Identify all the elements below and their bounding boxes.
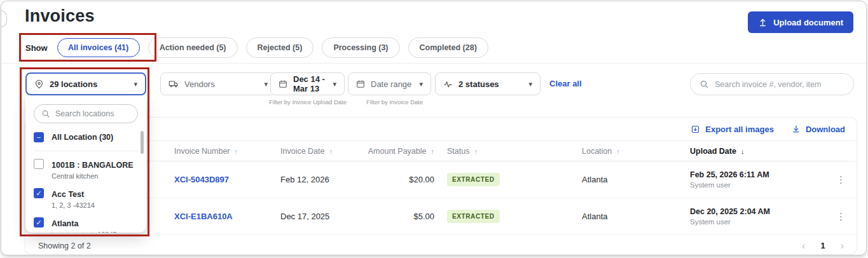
vendors-filter-label: Vendors [184, 79, 215, 89]
location-option-all[interactable]: − All Location (30) [34, 132, 138, 142]
upload-date-value: Dec 20, 2025 2:04 AM [690, 207, 826, 216]
table-row[interactable]: XCI-5043D897 Feb 12, 2026 $20.00 EXTRACT… [25, 161, 857, 198]
upload-document-label: Upload document [773, 18, 843, 27]
upload-date-filter-select[interactable]: Dec 14 - Mar 13 ▾ [270, 72, 345, 95]
column-header-invoice-date[interactable]: Invoice Date ↑ [280, 147, 350, 156]
location-cell: Atlanta [582, 212, 677, 221]
locations-search [34, 104, 138, 123]
calendar-icon [356, 79, 365, 88]
location-option-sublabel: test, test, test -12345 [52, 231, 117, 233]
invoices-table-card: Export all images Download Invoice Numbe… [25, 118, 857, 254]
sidebar-collapse-tab[interactable] [1, 10, 7, 27]
location-option-atlanta[interactable]: ✓ Atlanta test, test, test -12345 [34, 217, 138, 233]
row-menu-kebab-icon[interactable]: ⋮ [826, 211, 857, 222]
status-tabs: Show All invoices (41) Action needed (5)… [25, 37, 488, 58]
location-pin-icon [34, 79, 44, 89]
location-option-label: Atlanta [52, 219, 78, 228]
tab-all-invoices[interactable]: All invoices (41) [57, 38, 140, 58]
sort-asc-icon: ↑ [235, 147, 238, 155]
locations-search-input[interactable] [55, 109, 130, 118]
upload-date-value: Feb 25, 2026 6:11 AM [690, 170, 826, 179]
export-all-images-link[interactable]: Export all images [691, 125, 774, 134]
uploaded-by: System user [690, 218, 826, 226]
location-option-bangalore[interactable]: 1001B : BANGALORE Central kitchen [34, 159, 138, 180]
download-label: Download [806, 125, 845, 134]
invoice-number-link[interactable]: XCI-E1BA610A [174, 212, 233, 221]
column-label: Status [447, 147, 469, 156]
status-badge: EXTRACTED [447, 173, 500, 186]
locations-filter-select[interactable]: 29 locations ▾ [25, 72, 146, 95]
invoice-date-filter-caption: Filter by Invoice Date [366, 98, 423, 105]
pagination: ‹ 1 › [802, 240, 844, 252]
invoice-date-cell: Feb 12, 2026 [280, 175, 350, 184]
location-option-acc-test[interactable]: ✓ Acc Test 1, 2, 3 -43214 [34, 188, 138, 209]
chevron-down-icon: ▾ [264, 80, 268, 88]
column-header-invoice-number[interactable]: Invoice Number ↑ [174, 147, 280, 156]
invoice-number-link[interactable]: XCI-5043D897 [174, 175, 229, 184]
truck-icon [169, 79, 179, 89]
table-header-row: Invoice Number ↑ Invoice Date ↑ Amount P… [25, 140, 857, 161]
export-all-images-label: Export all images [705, 125, 774, 134]
search-icon [41, 109, 50, 118]
location-option-label: Acc Test [52, 190, 84, 199]
column-header-upload-date[interactable]: Upload Date ↓ [677, 147, 826, 156]
tab-processing[interactable]: Processing (3) [322, 37, 399, 58]
location-option-sublabel: 1, 2, 3 -43214 [52, 201, 95, 209]
upload-date-cell: Feb 25, 2026 6:11 AM System user [677, 170, 826, 189]
calendar-icon [279, 79, 287, 88]
locations-dropdown-panel: − All Location (30) 1001B : BANGALORE Ce… [25, 97, 146, 233]
current-page[interactable]: 1 [820, 241, 825, 250]
tab-rejected[interactable]: Rejected (5) [246, 37, 314, 58]
upload-date-filter-caption: Filter by Invoice Upload Date [269, 98, 347, 105]
sort-desc-icon: ↓ [741, 147, 745, 155]
upload-icon [758, 18, 768, 27]
download-link[interactable]: Download [792, 125, 845, 134]
table-footer: Showing 2 of 2 ‹ 1 › [25, 235, 857, 255]
page-title: Invoices [25, 6, 95, 26]
locations-filter-label: 29 locations [50, 79, 97, 89]
column-label: Invoice Date [280, 147, 324, 156]
column-label: Location [582, 147, 612, 156]
column-header-status[interactable]: Status ↑ [434, 147, 582, 156]
invoice-search-input[interactable] [715, 80, 844, 89]
table-toolbar: Export all images Download [25, 118, 857, 140]
location-option-label: All Location (30) [52, 132, 113, 142]
uploaded-by: System user [690, 181, 826, 189]
dropdown-scrollbar[interactable] [141, 131, 144, 154]
upload-date-filter-label: Dec 14 - Mar 13 [293, 74, 327, 93]
invoice-date-cell: Dec 17, 2025 [280, 212, 350, 221]
location-option-sublabel: Central kitchen [52, 172, 134, 180]
tab-completed[interactable]: Completed (28) [408, 37, 488, 58]
showing-count: Showing 2 of 2 [38, 241, 91, 250]
upload-document-button[interactable]: Upload document [748, 11, 853, 33]
row-menu-kebab-icon[interactable]: ⋮ [826, 174, 857, 186]
prev-page-icon[interactable]: ‹ [802, 240, 805, 252]
column-header-location[interactable]: Location ↑ [582, 147, 677, 156]
invoice-date-filter-select[interactable]: Date range ▾ [348, 72, 431, 95]
column-label: Upload Date [690, 147, 736, 156]
column-label: Invoice Number [174, 147, 230, 156]
show-label: Show [25, 43, 48, 53]
amount-payable-cell: $20.00 [350, 175, 434, 184]
checkbox-indeterminate-icon[interactable]: − [34, 132, 44, 142]
column-label: Amount Payable [368, 147, 427, 156]
download-icon [792, 125, 801, 133]
vendors-filter-select[interactable]: Vendors ▾ [160, 72, 276, 95]
checkbox-unchecked-icon[interactable] [34, 159, 44, 169]
chevron-down-icon: ▾ [333, 80, 336, 88]
checkbox-checked-icon[interactable]: ✓ [34, 188, 44, 198]
next-page-icon[interactable]: › [841, 240, 844, 252]
statuses-filter-select[interactable]: 2 statuses ▾ [435, 72, 541, 95]
table-row[interactable]: XCI-E1BA610A Dec 17, 2025 $5.00 EXTRACTE… [25, 198, 857, 235]
export-images-icon [691, 125, 700, 134]
chevron-down-icon: ▾ [419, 80, 423, 88]
location-option-label: 1001B : BANGALORE [52, 161, 134, 170]
amount-payable-cell: $5.00 [350, 212, 434, 221]
column-header-amount-payable[interactable]: Amount Payable ↑ [350, 147, 434, 156]
tab-action-needed[interactable]: Action needed (5) [148, 37, 238, 58]
sort-asc-icon: ↑ [329, 147, 333, 155]
search-icon [699, 79, 709, 89]
checkbox-checked-icon[interactable]: ✓ [34, 217, 44, 227]
clear-all-link[interactable]: Clear all [549, 79, 582, 88]
divider [1, 63, 866, 64]
